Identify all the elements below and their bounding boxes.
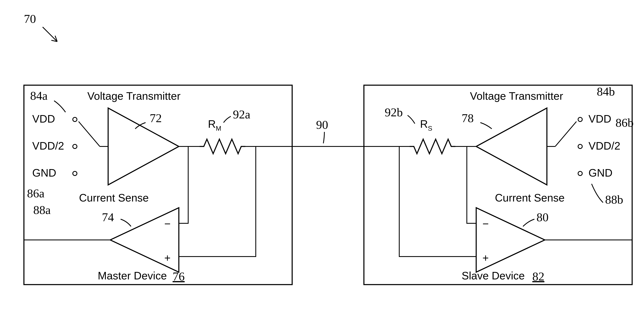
slave-half-label: VDD/2	[588, 140, 620, 152]
slave-gnd-number: 88b	[605, 193, 623, 206]
master-half-terminal	[73, 144, 77, 149]
slave-resistor-hook	[408, 115, 415, 124]
master-voltage-transmitter-label: Voltage Transmitter	[87, 90, 180, 102]
slave-cs-number: 80	[536, 210, 548, 224]
master-vdd-label: VDD	[32, 113, 55, 125]
slave-voltage-transmitter-label: Voltage Transmitter	[470, 90, 563, 102]
master-sense-plus: +	[164, 252, 170, 264]
slave-cs-number-hook	[523, 219, 534, 226]
master-half-number: 86a	[27, 187, 44, 200]
master-voltage-transmitter-amp	[108, 108, 179, 185]
slave-number: 82	[532, 270, 544, 283]
slave-88b-hook	[592, 184, 603, 203]
slave-sense-minus: −	[482, 218, 489, 230]
slave-vdd-number: 84b	[597, 85, 615, 98]
master-resistor-label: RM	[208, 118, 221, 132]
slave-resistor	[410, 139, 456, 154]
slave-current-sense-label: Current Sense	[495, 192, 564, 204]
master-resistor	[200, 139, 245, 154]
slave-vdd-label: VDD	[588, 113, 611, 125]
figure-number-label: 70	[24, 12, 36, 25]
slave-gnd-terminal	[578, 171, 582, 176]
master-vdd-number: 84a	[30, 89, 48, 102]
slave-vt-number: 78	[462, 111, 474, 125]
master-half-label: VDD/2	[32, 140, 64, 152]
master-number: 76	[172, 270, 185, 283]
slave-gnd-label: GND	[588, 167, 612, 179]
master-resistor-number: 92a	[233, 108, 250, 121]
slave-vt-number-hook	[480, 123, 492, 129]
circuit-diagram: 70 Voltage Transmitter VDD VDD/2 GND 72 …	[0, 0, 644, 317]
slave-resistor-label: RS	[420, 118, 432, 132]
slave-switch-arm	[555, 121, 576, 146]
slave-sense-minus-wire	[467, 146, 476, 223]
slave-voltage-transmitter-amp	[476, 108, 547, 185]
master-sense-minus-wire	[179, 146, 188, 223]
master-sense-plus-wire	[179, 146, 256, 257]
master-sense-minus: −	[164, 218, 170, 230]
master-gnd-terminal	[73, 171, 77, 176]
master-resistor-hook	[224, 116, 231, 123]
master-switch-arm	[78, 121, 100, 146]
master-vt-number: 72	[150, 111, 162, 125]
slave-title: Slave Device	[462, 270, 525, 282]
master-cs-number-hook	[120, 219, 131, 226]
master-gnd-label: GND	[32, 167, 56, 179]
wire-label-hook	[323, 132, 324, 143]
wire-label: 90	[316, 118, 328, 131]
slave-resistor-number: 92b	[385, 105, 403, 119]
master-current-sense-label: Current Sense	[79, 192, 149, 204]
slave-half-terminal	[578, 144, 582, 149]
slave-vdd-terminal	[578, 117, 582, 121]
master-cs-number: 74	[102, 210, 114, 224]
slave-sense-plus: +	[482, 252, 489, 264]
master-title: Master Device	[98, 270, 167, 282]
slave-half-number: 86b	[616, 116, 634, 129]
master-84a-hook	[54, 101, 66, 112]
master-gnd-number: 88a	[33, 203, 51, 217]
figure-arrow-shaft	[43, 27, 57, 41]
slave-sense-plus-wire	[399, 146, 476, 257]
master-vdd-terminal	[73, 117, 77, 121]
